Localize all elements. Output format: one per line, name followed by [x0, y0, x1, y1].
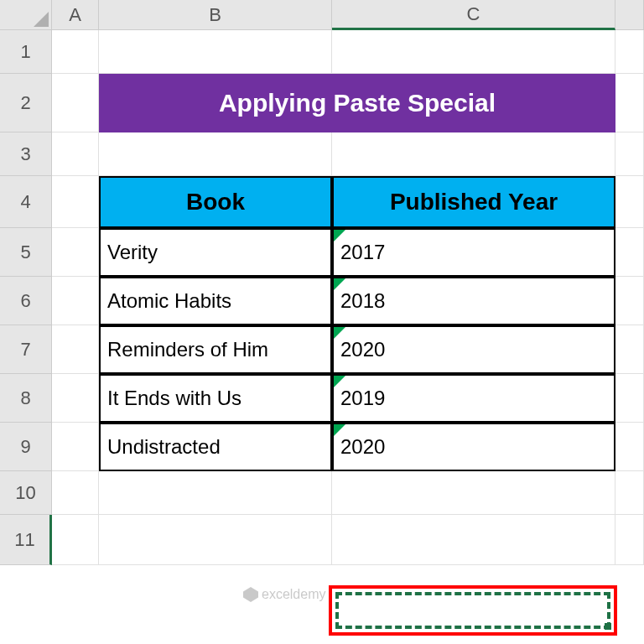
row-headers: 1 2 3 4 5 6 7 8 9 10 11 [0, 30, 52, 565]
cell-b11[interactable] [99, 515, 332, 565]
row-header-2[interactable]: 2 [0, 74, 52, 132]
row-header-5[interactable]: 5 [0, 228, 52, 277]
cell-a6[interactable] [52, 277, 99, 325]
cell-a9[interactable] [52, 423, 99, 471]
cell-d2[interactable] [615, 74, 644, 132]
cell-c1[interactable] [332, 30, 615, 74]
cell-a4[interactable] [52, 176, 99, 228]
row-header-4[interactable]: 4 [0, 176, 52, 228]
row-header-7[interactable]: 7 [0, 325, 52, 374]
cell-book-0[interactable]: Verity [99, 228, 332, 277]
col-header-c[interactable]: C [332, 0, 615, 30]
cell-book-2[interactable]: Reminders of Him [99, 325, 332, 374]
cell-a2[interactable] [52, 74, 99, 132]
header-year[interactable]: Published Year [332, 176, 615, 228]
cell-a11[interactable] [52, 515, 99, 565]
row-header-8[interactable]: 8 [0, 374, 52, 423]
row-header-1[interactable]: 1 [0, 30, 52, 74]
cell-c3[interactable] [332, 132, 615, 176]
cell-a7[interactable] [52, 325, 99, 374]
cell-grid: Applying Paste Special Book Published Ye… [52, 30, 644, 565]
cell-year-0[interactable]: 2017 [332, 228, 615, 277]
cell-d5[interactable] [615, 228, 644, 277]
select-all-button[interactable] [0, 0, 52, 30]
cell-year-3[interactable]: 2019 [332, 374, 615, 423]
column-headers: A B C [52, 0, 644, 30]
header-book[interactable]: Book [99, 176, 332, 228]
cell-year-2[interactable]: 2020 [332, 325, 615, 374]
cell-d3[interactable] [615, 132, 644, 176]
marching-ants [335, 592, 610, 629]
cell-book-4[interactable]: Undistracted [99, 423, 332, 471]
cell-d4[interactable] [615, 176, 644, 228]
cell-a8[interactable] [52, 374, 99, 423]
cell-a5[interactable] [52, 228, 99, 277]
cell-a10[interactable] [52, 471, 99, 515]
cell-book-1[interactable]: Atomic Habits [99, 277, 332, 325]
cell-b10[interactable] [99, 471, 332, 515]
copied-selection-c11[interactable] [329, 585, 617, 636]
row-header-6[interactable]: 6 [0, 277, 52, 325]
row-header-10[interactable]: 10 [0, 471, 52, 515]
cell-c11[interactable] [332, 515, 615, 565]
cell-d10[interactable] [615, 471, 644, 515]
col-header-next[interactable] [615, 0, 644, 30]
cell-c10[interactable] [332, 471, 615, 515]
cell-d1[interactable] [615, 30, 644, 74]
row-header-11[interactable]: 11 [0, 515, 52, 565]
watermark-text: exceldemy [262, 587, 325, 602]
cell-year-1[interactable]: 2018 [332, 277, 615, 325]
cell-b3[interactable] [99, 132, 332, 176]
cell-a3[interactable] [52, 132, 99, 176]
watermark-icon [243, 587, 258, 602]
cell-d8[interactable] [615, 374, 644, 423]
cell-book-3[interactable]: It Ends with Us [99, 374, 332, 423]
spreadsheet-view: A B C 1 2 3 4 5 6 7 8 9 10 11 Applying P… [0, 0, 644, 644]
cell-d9[interactable] [615, 423, 644, 471]
watermark: exceldemy [243, 587, 325, 602]
cell-d7[interactable] [615, 325, 644, 374]
row-header-3[interactable]: 3 [0, 132, 52, 176]
cell-a1[interactable] [52, 30, 99, 74]
cell-d11[interactable] [615, 515, 644, 565]
col-header-b[interactable]: B [99, 0, 332, 30]
row-header-9[interactable]: 9 [0, 423, 52, 471]
cell-b1[interactable] [99, 30, 332, 74]
title-cell[interactable]: Applying Paste Special [99, 74, 615, 132]
cell-year-4[interactable]: 2020 [332, 423, 615, 471]
cell-d6[interactable] [615, 277, 644, 325]
col-header-a[interactable]: A [52, 0, 99, 30]
